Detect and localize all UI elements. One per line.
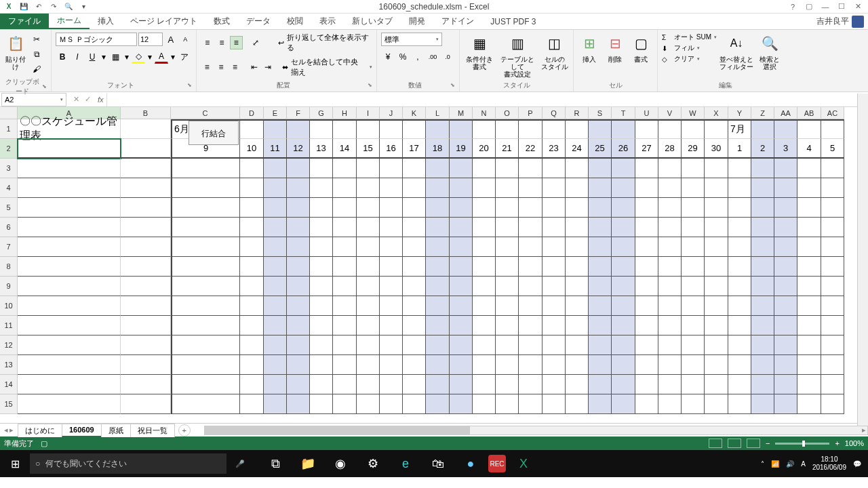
cell[interactable] [450, 218, 473, 237]
cell[interactable] [357, 178, 380, 198]
cell[interactable]: 11 [264, 139, 287, 159]
cell[interactable] [682, 218, 705, 237]
cell[interactable] [403, 336, 426, 355]
cell[interactable] [728, 394, 751, 414]
cell[interactable] [705, 237, 728, 257]
cell[interactable] [264, 218, 287, 237]
sheet-tab[interactable]: 160609 [62, 424, 102, 437]
cell[interactable] [403, 178, 426, 198]
cell[interactable] [450, 257, 473, 277]
cell[interactable] [240, 198, 264, 218]
cell[interactable] [357, 355, 380, 375]
cell[interactable] [171, 178, 240, 198]
cell[interactable] [171, 355, 240, 375]
cell[interactable] [496, 336, 519, 355]
add-sheet-button[interactable]: + [178, 424, 191, 436]
cortana-search[interactable]: ○ 何でも聞いてください [30, 453, 226, 474]
cell[interactable] [612, 198, 635, 218]
tab-view[interactable]: 表示 [311, 14, 344, 29]
maximize-button[interactable]: ☐ [834, 1, 849, 12]
cell[interactable] [542, 218, 566, 237]
cell[interactable] [473, 159, 496, 178]
cell[interactable] [121, 277, 171, 296]
cell[interactable] [310, 296, 333, 316]
cell[interactable] [519, 277, 542, 296]
cell[interactable] [426, 296, 450, 316]
row-header[interactable]: 3 [0, 159, 18, 178]
cell[interactable] [473, 257, 496, 277]
minimize-button[interactable]: — [818, 1, 833, 12]
cell[interactable]: 25 [589, 139, 612, 159]
cell[interactable] [310, 277, 333, 296]
cell[interactable] [658, 198, 682, 218]
merge-center-button[interactable]: ⬌ セルを結合して中央揃え ▾ [282, 57, 372, 77]
cell[interactable] [658, 375, 682, 394]
cell[interactable] [589, 296, 612, 316]
cell[interactable] [728, 316, 751, 336]
cell[interactable] [705, 375, 728, 394]
save-button[interactable]: 💾 [18, 1, 30, 12]
cell[interactable] [380, 355, 403, 375]
cell[interactable] [658, 218, 682, 237]
fill-color-dropdown[interactable]: ▾ [146, 50, 153, 64]
cell[interactable] [705, 119, 728, 139]
cell[interactable] [519, 237, 542, 257]
cell[interactable] [264, 119, 287, 139]
cell[interactable] [496, 178, 519, 198]
cell[interactable] [171, 277, 240, 296]
cell[interactable] [797, 218, 821, 237]
form-button-merge-rows[interactable]: 行結合 [189, 121, 239, 145]
cell[interactable] [333, 119, 357, 139]
cell[interactable] [287, 355, 310, 375]
cell[interactable] [171, 198, 240, 218]
fill-color-button[interactable]: ◇ [132, 50, 145, 64]
cell[interactable] [18, 394, 121, 414]
cell[interactable] [682, 394, 705, 414]
cell[interactable] [589, 277, 612, 296]
align-bottom-button[interactable]: ≡ [230, 36, 243, 49]
column-header[interactable]: C [171, 107, 240, 119]
cell[interactable] [774, 218, 797, 237]
cell[interactable]: 18 [426, 139, 450, 159]
font-color-dropdown[interactable]: ▾ [170, 50, 176, 64]
cell[interactable] [519, 296, 542, 316]
column-header[interactable]: S [589, 107, 612, 119]
align-middle-button[interactable]: ≡ [215, 36, 228, 49]
cell[interactable] [682, 355, 705, 375]
increase-indent-button[interactable]: ⇥ [262, 60, 275, 74]
cell[interactable] [612, 316, 635, 336]
cell[interactable] [774, 159, 797, 178]
column-header[interactable]: AB [797, 107, 821, 119]
cell[interactable] [473, 277, 496, 296]
tray-network-icon[interactable]: 📶 [771, 460, 779, 468]
format-as-table-button[interactable]: ▥ テーブルとして 書式設定 [498, 33, 537, 78]
cell[interactable] [287, 316, 310, 336]
cell[interactable] [450, 355, 473, 375]
cell[interactable] [589, 119, 612, 139]
cell[interactable] [797, 336, 821, 355]
cell[interactable] [635, 178, 658, 198]
cell[interactable] [658, 237, 682, 257]
cell[interactable] [542, 198, 566, 218]
row-header[interactable]: 8 [0, 257, 18, 277]
cell[interactable] [450, 277, 473, 296]
cell[interactable] [171, 218, 240, 237]
cell[interactable] [705, 296, 728, 316]
cell[interactable]: 26 [612, 139, 635, 159]
cell[interactable] [171, 375, 240, 394]
cell[interactable] [589, 257, 612, 277]
cell[interactable] [450, 178, 473, 198]
cell[interactable] [287, 336, 310, 355]
cell[interactable] [121, 119, 171, 139]
cell[interactable]: 21 [496, 139, 519, 159]
macro-record-icon[interactable]: ▢ [41, 439, 47, 448]
cell[interactable]: 23 [542, 139, 566, 159]
cell[interactable] [635, 198, 658, 218]
cell[interactable] [821, 394, 844, 414]
excel-taskbar-icon[interactable]: X [509, 450, 538, 477]
cell[interactable] [589, 336, 612, 355]
copy-button[interactable]: ⧉ [30, 47, 43, 61]
cell[interactable] [171, 394, 240, 414]
vertical-scrollbar[interactable] [857, 94, 868, 431]
cell[interactable] [519, 198, 542, 218]
